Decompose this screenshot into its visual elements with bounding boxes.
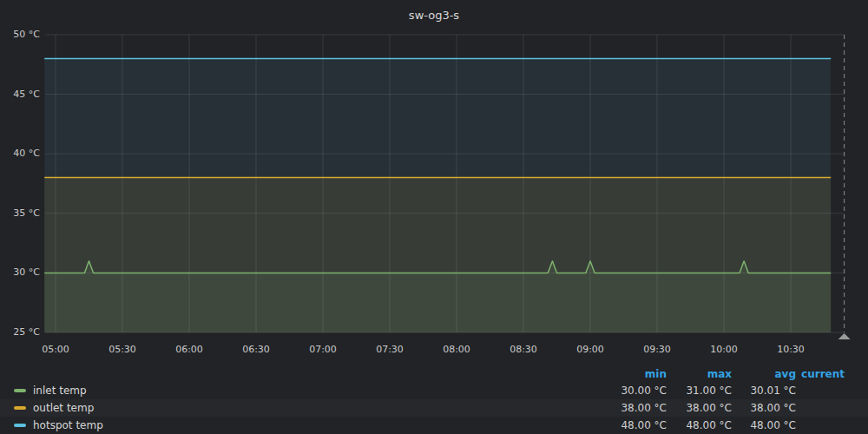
series-toggle-outlet-temp[interactable]: outlet temp — [14, 402, 602, 414]
x-axis-tick-label: 09:30 — [631, 344, 683, 356]
panel-title[interactable]: sw-og3-s — [0, 9, 868, 22]
series-label-text: hotspot temp — [33, 419, 103, 431]
legend-column-current[interactable]: current — [796, 368, 845, 380]
legend-row-inlet-temp[interactable]: inlet temp 30.00 °C 31.00 °C 30.01 °C — [0, 382, 868, 399]
outlet-min-value: 38.00 °C — [602, 402, 667, 414]
x-axis-tick-label: 06:00 — [163, 344, 215, 356]
outlet-temp-swatch-icon — [14, 406, 26, 410]
hotspot-temp-swatch-icon — [14, 424, 26, 427]
y-axis-tick-label: 50 °C — [0, 29, 40, 41]
series-label-text: inlet temp — [33, 385, 87, 397]
hotspot-max-value: 48.00 °C — [667, 419, 732, 431]
chart-area[interactable]: 25 °C30 °C35 °C40 °C45 °C50 °C05:0005:30… — [0, 0, 868, 365]
y-axis-tick-label: 40 °C — [0, 148, 40, 160]
series-toggle-hotspot-temp[interactable]: hotspot temp — [14, 419, 602, 431]
y-axis-tick-label: 35 °C — [0, 207, 40, 220]
y-axis-tick-label: 25 °C — [0, 326, 40, 339]
x-axis-tick-label: 07:00 — [297, 344, 349, 356]
legend-row-outlet-temp[interactable]: outlet temp 38.00 °C 38.00 °C 38.00 °C — [0, 399, 868, 417]
legend-table: min max avg current inlet temp 30.00 °C … — [0, 365, 868, 434]
legend-column-max[interactable]: max — [667, 368, 732, 380]
hotspot-avg-value: 48.00 °C — [732, 419, 796, 431]
outlet-avg-value: 38.00 °C — [732, 402, 796, 414]
x-axis-tick-label: 06:30 — [230, 344, 282, 356]
legend-row-hotspot-temp[interactable]: hotspot temp 48.00 °C 48.00 °C 48.00 °C — [0, 417, 868, 434]
now-marker-triangle-icon — [838, 333, 851, 339]
inlet-max-value: 31.00 °C — [667, 385, 732, 397]
x-axis-tick-label: 10:00 — [698, 344, 750, 356]
hotspot-min-value: 48.00 °C — [602, 419, 667, 431]
legend-column-min[interactable]: min — [602, 368, 667, 380]
legend-header-row: min max avg current — [0, 366, 868, 382]
series-toggle-inlet-temp[interactable]: inlet temp — [14, 385, 602, 397]
y-axis-tick-label: 45 °C — [0, 89, 40, 101]
x-axis-tick-label: 08:30 — [497, 344, 549, 356]
y-axis-tick-label: 30 °C — [0, 266, 40, 279]
series-label-text: outlet temp — [33, 402, 94, 414]
outlet-max-value: 38.00 °C — [667, 402, 732, 414]
x-axis-tick-label: 05:30 — [96, 344, 148, 356]
x-axis-tick-label: 05:00 — [30, 344, 82, 356]
inlet-temp-swatch-icon — [14, 389, 26, 392]
inlet-avg-value: 30.01 °C — [732, 385, 796, 397]
x-axis-tick-label: 10:30 — [765, 344, 817, 356]
legend-column-avg[interactable]: avg — [732, 368, 796, 380]
inlet-min-value: 30.00 °C — [602, 385, 667, 397]
chart-svg[interactable] — [0, 0, 868, 365]
x-axis-tick-label: 08:00 — [431, 344, 483, 356]
hotspot-temp-area — [44, 58, 831, 332]
x-axis-tick-label: 07:30 — [364, 344, 416, 356]
x-axis-tick-label: 09:00 — [564, 344, 616, 356]
graph-panel: 25 °C30 °C35 °C40 °C45 °C50 °C05:0005:30… — [0, 0, 868, 434]
